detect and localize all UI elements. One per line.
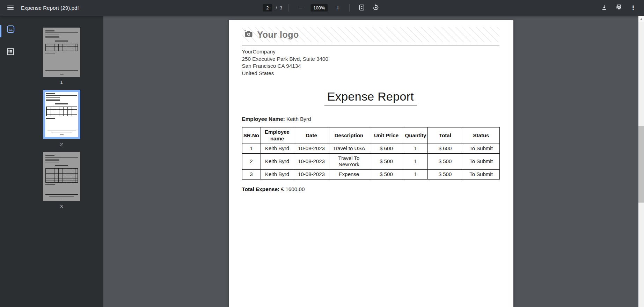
document-title: Expense Report (29).pdf bbox=[21, 5, 79, 11]
table-row: 1 Keith Byrd 10-08-2023 Travel to USA $ … bbox=[242, 144, 499, 153]
toolbar-right: ⋮ bbox=[599, 0, 638, 16]
active-view-indicator bbox=[0, 25, 1, 37]
total-expense-line: Total Expense: € 1600.00 bbox=[242, 186, 499, 192]
cell-quantity: 1 bbox=[404, 144, 427, 153]
zoom-out-button[interactable]: − bbox=[295, 3, 306, 13]
expense-table: SR.No Employee name Date Description Uni… bbox=[242, 127, 500, 180]
scroll-up-button[interactable]: ▲ bbox=[638, 16, 644, 22]
col-header-quantity: Quantity bbox=[404, 127, 427, 144]
fit-page-icon bbox=[358, 4, 365, 12]
report-title-wrap: Expense Report bbox=[242, 90, 499, 105]
rotate-button[interactable] bbox=[370, 2, 381, 14]
sidebar: 1 2 3 bbox=[0, 16, 103, 307]
table-row: 2 Keith Byrd 10-08-2023 Travel To NewYor… bbox=[242, 153, 499, 170]
company-country: United States bbox=[242, 70, 499, 77]
thumbnail-preview bbox=[43, 152, 80, 201]
thumbnail-page-1[interactable]: 1 bbox=[43, 28, 80, 90]
cell-description: Travel to USA bbox=[329, 144, 369, 153]
cell-unit-price: $ 500 bbox=[369, 170, 404, 180]
cell-date: 10-08-2023 bbox=[294, 144, 329, 153]
zoom-level[interactable]: 100% bbox=[310, 4, 328, 12]
table-row: 3 Keith Byrd 10-08-2023 Expense $ 500 1 … bbox=[242, 170, 499, 180]
cell-employee: Keith Byrd bbox=[261, 170, 294, 180]
col-header-date: Date bbox=[294, 127, 329, 144]
rotate-icon bbox=[372, 4, 379, 12]
header-rule bbox=[242, 45, 499, 45]
fit-page-button[interactable] bbox=[356, 2, 367, 14]
toolbar-divider bbox=[288, 4, 289, 12]
col-header-description: Description bbox=[329, 127, 369, 144]
scroll-up-icon: ▲ bbox=[640, 17, 643, 20]
toolbar-center: / 3 − 100% + bbox=[263, 0, 381, 16]
cell-total: $ 600 bbox=[427, 144, 463, 153]
cell-total: $ 500 bbox=[427, 153, 463, 170]
zoom-in-button[interactable]: + bbox=[333, 3, 343, 13]
company-address: YourCompany 250 Executive Park Blvd, Sui… bbox=[242, 48, 499, 77]
outline-view-button[interactable] bbox=[4, 46, 17, 58]
pdf-toolbar: Expense Report (29).pdf / 3 − 100% + bbox=[0, 0, 644, 16]
thumbnail-label: 1 bbox=[60, 80, 63, 85]
cell-date: 10-08-2023 bbox=[294, 153, 329, 170]
logo-text: Your logo bbox=[257, 30, 299, 40]
company-street: 250 Executive Park Blvd, Suite 3400 bbox=[242, 56, 499, 63]
cell-unit-price: $ 500 bbox=[369, 153, 404, 170]
thumbnails-view-button[interactable] bbox=[4, 23, 17, 36]
toolbar-left: Expense Report (29).pdf bbox=[0, 2, 79, 14]
print-button[interactable] bbox=[613, 2, 624, 14]
viewer-area: Your logo YourCompany 250 Executive Park… bbox=[103, 16, 638, 307]
sidebar-icon-rail bbox=[4, 23, 17, 58]
thumbnail-label: 2 bbox=[60, 142, 63, 147]
company-name: YourCompany bbox=[242, 48, 499, 56]
thumbnail-preview bbox=[43, 90, 80, 139]
cell-description: Expense bbox=[329, 170, 369, 180]
employee-name: Keith Byrd bbox=[286, 116, 311, 122]
menu-button[interactable] bbox=[5, 2, 16, 14]
total-expense-label: Total Expense: bbox=[242, 186, 280, 192]
cell-status: To Submit bbox=[463, 144, 499, 153]
cell-status: To Submit bbox=[463, 170, 499, 180]
thumbnail-page-2[interactable]: 2 bbox=[43, 90, 80, 152]
thumbnails-view-icon bbox=[6, 24, 15, 35]
toolbar-divider bbox=[350, 4, 350, 12]
cell-srno: 2 bbox=[242, 153, 261, 170]
table-header-row: SR.No Employee name Date Description Uni… bbox=[242, 127, 499, 144]
print-icon bbox=[615, 4, 622, 12]
page-number-input[interactable] bbox=[263, 4, 272, 12]
col-header-employee: Employee name bbox=[261, 127, 294, 144]
thumbnail-preview bbox=[43, 28, 80, 77]
cell-employee: Keith Byrd bbox=[261, 153, 294, 170]
cell-srno: 1 bbox=[242, 144, 261, 153]
cell-unit-price: $ 600 bbox=[369, 144, 404, 153]
cell-total: $ 500 bbox=[427, 170, 463, 180]
col-header-status: Status bbox=[463, 127, 499, 144]
pdf-page: Your logo YourCompany 250 Executive Park… bbox=[229, 20, 513, 307]
more-options-button[interactable]: ⋮ bbox=[628, 3, 638, 13]
company-city: San Francisco CA 94134 bbox=[242, 63, 499, 70]
report-title: Expense Report bbox=[324, 90, 417, 105]
logo-placeholder: Your logo bbox=[242, 27, 499, 42]
cell-quantity: 1 bbox=[404, 170, 427, 180]
cell-date: 10-08-2023 bbox=[294, 170, 329, 180]
cell-employee: Keith Byrd bbox=[261, 144, 294, 153]
cell-description: Travel To NewYork bbox=[329, 153, 369, 170]
total-expense-value: € 1600.00 bbox=[281, 186, 305, 192]
outline-view-icon bbox=[6, 47, 15, 57]
cell-status: To Submit bbox=[463, 153, 499, 170]
vertical-scrollbar[interactable]: ▲ bbox=[638, 16, 644, 307]
download-button[interactable] bbox=[599, 2, 610, 14]
employee-label: Employee Name: bbox=[242, 116, 285, 122]
col-header-total: Total bbox=[427, 127, 463, 144]
page-separator: / bbox=[276, 5, 277, 10]
col-header-unit-price: Unit Price bbox=[369, 127, 404, 144]
cell-quantity: 1 bbox=[404, 153, 427, 170]
cell-srno: 3 bbox=[242, 170, 261, 180]
col-header-srno: SR.No bbox=[242, 127, 261, 144]
menu-icon bbox=[7, 6, 14, 10]
camera-icon bbox=[243, 29, 254, 40]
thumbnail-list: 1 2 3 bbox=[20, 16, 103, 307]
page-count: 3 bbox=[280, 5, 282, 10]
download-icon bbox=[601, 4, 608, 12]
thumbnail-page-3[interactable]: 3 bbox=[43, 152, 80, 214]
scrollbar-thumb[interactable] bbox=[638, 126, 644, 203]
thumbnail-label: 3 bbox=[60, 204, 63, 209]
